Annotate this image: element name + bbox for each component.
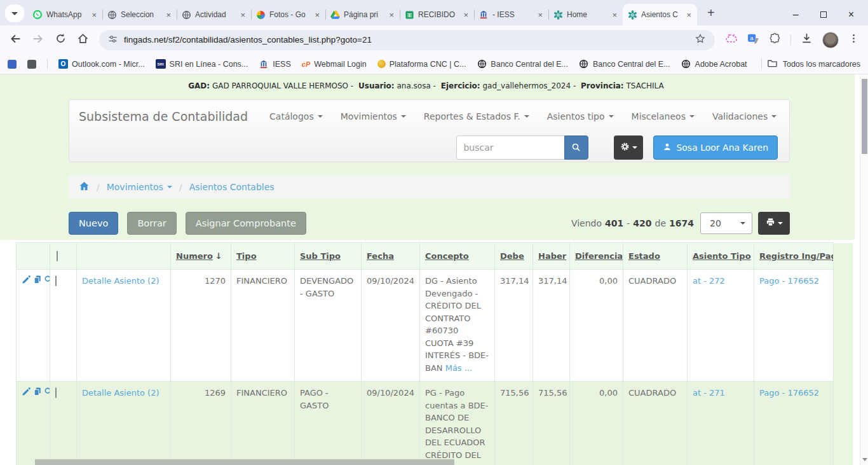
- asiento-tipo-link[interactable]: at - 272: [693, 276, 725, 286]
- reload-button[interactable]: [55, 32, 67, 47]
- bookmark-webmail[interactable]: cP Webmail Login: [302, 60, 367, 69]
- extension-cloud-icon[interactable]: [725, 32, 738, 48]
- tab-close-icon[interactable]: ×: [536, 10, 544, 20]
- header-concepto[interactable]: Concepto: [420, 243, 495, 270]
- tab-close-icon[interactable]: ×: [611, 10, 618, 20]
- delete-button[interactable]: Borrar: [127, 212, 176, 235]
- tab-close-icon[interactable]: ×: [462, 10, 470, 20]
- header-haber[interactable]: Haber: [533, 243, 570, 270]
- search-input[interactable]: [456, 135, 564, 160]
- tab-recibido[interactable]: RECIBIDO ×: [400, 4, 474, 25]
- header-numero[interactable]: Numero↓: [171, 243, 231, 270]
- header-estado[interactable]: Estado: [623, 243, 688, 270]
- bookmark-iess[interactable]: IESS: [259, 59, 291, 69]
- row-checkbox[interactable]: [55, 275, 57, 286]
- tab-close-icon[interactable]: ×: [165, 10, 172, 20]
- vertical-scrollbar-thumb[interactable]: [862, 79, 867, 154]
- tab-fotos[interactable]: Fotos - Go ×: [251, 4, 325, 25]
- header-asiento-tipo[interactable]: Asiento Tipo: [688, 243, 754, 270]
- user-account-button[interactable]: Sosa Loor Ana Karen: [653, 135, 778, 160]
- bookmark-adobe[interactable]: Adobe Acrobat: [681, 59, 747, 69]
- profile-avatar[interactable]: [822, 32, 839, 48]
- registro-link[interactable]: Pago - 176652: [759, 276, 819, 286]
- tab-close-icon[interactable]: ×: [388, 10, 395, 20]
- view-magnifier-icon[interactable]: [44, 387, 50, 400]
- asiento-tipo-link[interactable]: at - 271: [693, 388, 725, 398]
- select-all-checkbox[interactable]: [57, 251, 58, 261]
- tab-close-icon[interactable]: ×: [685, 10, 693, 20]
- window-maximize-button[interactable]: [820, 11, 827, 18]
- address-bar[interactable]: fingads.net/sf2/contabilidad/asientos_co…: [99, 30, 715, 50]
- tab-home[interactable]: Home ×: [548, 4, 623, 25]
- horizontal-scrollbar-thumb[interactable]: [35, 459, 454, 465]
- tab-close-icon[interactable]: ×: [313, 10, 321, 20]
- page-size-select[interactable]: 20: [700, 212, 752, 234]
- copy-icon[interactable]: [33, 387, 42, 400]
- window-close-button[interactable]: ×: [848, 9, 854, 20]
- settings-gear-button[interactable]: [614, 135, 643, 160]
- window-minimize-button[interactable]: –: [793, 9, 799, 20]
- tab-actividad[interactable]: Actividad ×: [177, 4, 251, 25]
- view-magnifier-icon[interactable]: [44, 275, 50, 288]
- header-diferencia[interactable]: Diferencia: [570, 243, 623, 270]
- tab-title: Fotos - Go: [269, 10, 309, 19]
- header-registro[interactable]: Registro Ing/Pago: [754, 243, 834, 270]
- bookmark-outlook[interactable]: O Outlook.com - Micr...: [58, 59, 145, 69]
- all-bookmarks-button[interactable]: Todos los marcadores: [761, 58, 860, 71]
- search-button[interactable]: [564, 135, 588, 160]
- tab-pagina-principal[interactable]: Página pri ×: [325, 4, 400, 25]
- vertical-scrollbar[interactable]: [860, 74, 868, 465]
- tab-seleccion[interactable]: Seleccion ×: [102, 4, 177, 25]
- assign-voucher-button[interactable]: Asignar Comprobante: [186, 212, 306, 235]
- print-button[interactable]: [758, 212, 790, 235]
- menu-validaciones[interactable]: Validaciones: [712, 111, 776, 121]
- breadcrumb-movimientos[interactable]: Movimientos: [107, 182, 172, 192]
- bookmark-star-icon[interactable]: [695, 33, 706, 46]
- tab-close-icon[interactable]: ×: [90, 10, 98, 20]
- edit-icon[interactable]: [22, 275, 31, 288]
- tab-iess[interactable]: - IESS ×: [474, 4, 548, 25]
- breadcrumb-current[interactable]: Asientos Contables: [189, 182, 275, 192]
- menu-catalogos[interactable]: Catálogos: [269, 111, 323, 121]
- forward-button[interactable]: [32, 32, 44, 48]
- toolbar-extensions: a: [725, 32, 859, 48]
- bookmark-cnc[interactable]: Plataforma CNC | C...: [377, 60, 466, 69]
- url-text[interactable]: fingads.net/sf2/contabilidad/asientos_co…: [124, 35, 688, 45]
- detalle-asiento-link[interactable]: Detalle Asiento (2): [82, 388, 159, 398]
- tab-asientos-active[interactable]: Asientos C ×: [623, 4, 697, 25]
- translate-icon[interactable]: a: [747, 32, 759, 47]
- bookmark-banco-central-2[interactable]: Banco Central del E...: [579, 59, 670, 69]
- extensions-puzzle-icon[interactable]: [769, 32, 781, 47]
- home-icon[interactable]: [79, 181, 90, 193]
- tab-search-button[interactable]: [5, 4, 24, 22]
- header-debe[interactable]: Debe: [495, 243, 533, 270]
- view-from: 401: [605, 218, 623, 228]
- header-tipo[interactable]: Tipo: [231, 243, 295, 270]
- registro-link[interactable]: Pago - 176652: [759, 388, 819, 398]
- back-button[interactable]: [9, 32, 22, 48]
- bookmark-banco-central-1[interactable]: Banco Central del E...: [477, 59, 568, 69]
- home-button[interactable]: [77, 32, 89, 47]
- mas-link[interactable]: Más ...: [445, 363, 473, 373]
- scroll-down-arrow-icon[interactable]: [862, 458, 867, 461]
- new-button[interactable]: Nuevo: [69, 212, 118, 235]
- new-tab-button[interactable]: +: [702, 6, 720, 20]
- tab-whatsapp[interactable]: WhatsApp ×: [28, 4, 102, 25]
- row-checkbox[interactable]: [55, 387, 57, 398]
- copy-icon[interactable]: [33, 275, 42, 288]
- site-settings-icon[interactable]: [108, 34, 118, 46]
- edit-icon[interactable]: [22, 387, 31, 400]
- dark-app-shortcut-icon[interactable]: [27, 60, 36, 69]
- menu-miscelaneos[interactable]: Miscelaneos: [632, 111, 695, 121]
- bookmark-sri[interactable]: SRI SRI en Línea - Cons...: [156, 59, 248, 69]
- menu-dots-icon[interactable]: [848, 33, 859, 46]
- menu-reportes[interactable]: Reportes & Estados F.: [424, 111, 529, 121]
- downloads-icon[interactable]: [801, 32, 813, 47]
- header-sub-tipo[interactable]: Sub Tipo: [295, 243, 362, 270]
- detalle-asiento-link[interactable]: Detalle Asiento (2): [82, 276, 159, 286]
- blue-app-shortcut-icon[interactable]: [8, 60, 17, 69]
- header-fecha[interactable]: Fecha: [362, 243, 420, 270]
- menu-movimientos[interactable]: Movimientos: [341, 111, 406, 121]
- menu-asientos-tipo[interactable]: Asientos tipo: [547, 111, 614, 121]
- tab-close-icon[interactable]: ×: [239, 10, 247, 20]
